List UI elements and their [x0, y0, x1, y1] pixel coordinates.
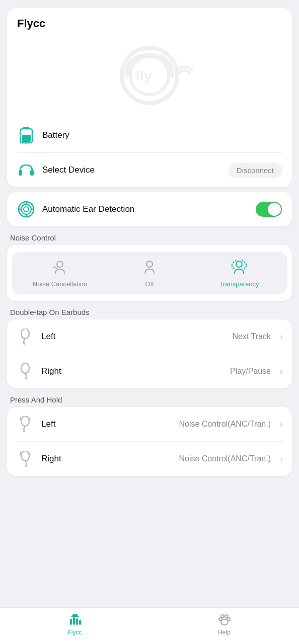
noise-off-label: Off [145, 280, 154, 288]
svg-point-31 [23, 343, 25, 345]
flycc-nav-label: Flycc [68, 629, 82, 636]
press-hold-right-chevron: › [280, 454, 283, 464]
double-tap-right-label: Right [41, 366, 223, 376]
nav-item-help[interactable]: Help [150, 613, 299, 636]
svg-point-27 [246, 266, 247, 267]
help-nav-label: Help [218, 629, 231, 636]
app-title: Flycc [17, 17, 282, 30]
svg-point-37 [25, 465, 27, 467]
svg-rect-40 [71, 616, 79, 617]
battery-icon [17, 126, 35, 144]
svg-point-30 [21, 329, 29, 339]
aed-toggle[interactable] [256, 202, 282, 217]
svg-point-23 [246, 264, 247, 265]
double-tap-left-value: Next Track [233, 332, 271, 341]
svg-point-21 [233, 262, 235, 263]
noise-option-off[interactable]: Off [105, 258, 194, 288]
svg-rect-39 [72, 615, 78, 616]
select-device-label: Select Device [42, 165, 221, 175]
svg-point-32 [21, 363, 29, 373]
press-hold-left-value: Noise Control(ANC/Tran.) [179, 420, 271, 429]
disconnect-button[interactable]: Disconnect [229, 163, 282, 178]
noise-cancellation-label: Noise Cancellation [33, 280, 87, 288]
battery-row: Battery [17, 118, 282, 152]
noise-option-noise-cancellation[interactable]: Noise Cancellation [15, 258, 105, 288]
svg-text:fly: fly [135, 68, 152, 84]
svg-point-19 [236, 261, 242, 267]
svg-point-36 [21, 451, 29, 461]
double-tap-left-chevron: › [280, 332, 283, 342]
svg-rect-41 [70, 619, 72, 625]
svg-point-18 [146, 261, 153, 267]
top-card: Flycc fly Battery [7, 8, 292, 187]
double-tap-left-row[interactable]: Left Next Track › [7, 319, 292, 354]
press-hold-right-icon [16, 450, 34, 468]
svg-point-17 [57, 261, 63, 267]
aed-icon [17, 200, 35, 218]
headphone-icon [17, 161, 35, 179]
press-hold-section-label: Press And Hold [10, 395, 289, 404]
svg-rect-38 [73, 614, 77, 615]
svg-rect-5 [22, 135, 31, 142]
svg-point-29 [244, 268, 246, 269]
svg-rect-6 [19, 170, 22, 176]
help-nav-icon [217, 613, 232, 627]
select-device-row: Select Device Disconnect [17, 153, 282, 187]
transparency-icon [230, 258, 249, 277]
double-tap-right-row[interactable]: Right Play/Pause › [7, 354, 292, 388]
noise-control-options: Noise Cancellation Off [12, 252, 287, 294]
bottom-nav: Flycc Help [0, 607, 299, 644]
svg-point-35 [23, 430, 25, 432]
press-hold-right-label: Right [41, 454, 172, 464]
earbud-left-icon [16, 328, 34, 346]
noise-control-section-label: Noise Control [10, 233, 289, 242]
flycc-nav-icon [68, 613, 82, 627]
svg-rect-44 [79, 620, 81, 625]
logo-area: fly [17, 35, 282, 118]
svg-point-46 [225, 615, 228, 618]
noise-control-card: Noise Cancellation Off [7, 245, 292, 301]
svg-rect-43 [76, 618, 78, 625]
noise-cancellation-icon [50, 258, 69, 277]
press-hold-left-chevron: › [280, 419, 283, 430]
svg-rect-42 [73, 617, 75, 625]
svg-point-34 [21, 416, 29, 426]
double-tap-right-value: Play/Pause [230, 367, 271, 376]
double-tap-section-label: Double-tap On Earbuds [10, 308, 289, 316]
svg-point-12 [24, 207, 29, 212]
aed-toggle-knob [268, 203, 281, 216]
svg-point-9 [31, 170, 33, 171]
nav-item-flycc[interactable]: Flycc [0, 613, 150, 636]
press-hold-left-icon [16, 415, 34, 433]
svg-point-8 [20, 170, 21, 171]
press-hold-left-row[interactable]: Left Noise Control(ANC/Tran.) › [7, 407, 292, 441]
svg-point-11 [21, 204, 31, 214]
aed-label: Automatic Ear Detection [42, 204, 249, 214]
double-tap-card: Left Next Track › Right Play/Pause › [7, 319, 292, 388]
press-hold-right-row[interactable]: Right Noise Control(ANC/Tran.) › [7, 442, 292, 476]
svg-point-26 [232, 266, 233, 267]
noise-off-icon [140, 258, 159, 277]
svg-point-28 [233, 268, 235, 269]
aed-card: Automatic Ear Detection [7, 192, 292, 226]
svg-point-22 [235, 260, 237, 262]
svg-point-25 [242, 260, 244, 262]
noise-option-transparency[interactable]: Transparency [194, 258, 284, 288]
double-tap-left-label: Left [41, 332, 226, 342]
transparency-label: Transparency [219, 280, 259, 288]
svg-point-45 [221, 615, 224, 618]
press-hold-card: Left Noise Control(ANC/Tran.) › Right No… [7, 407, 292, 476]
press-hold-right-value: Noise Control(ANC/Tran.) [179, 454, 271, 463]
svg-point-24 [244, 262, 246, 263]
svg-point-20 [232, 264, 233, 265]
flycc-logo: fly [99, 45, 200, 106]
battery-label: Battery [42, 130, 282, 140]
double-tap-right-chevron: › [280, 366, 283, 377]
svg-rect-7 [30, 170, 34, 176]
press-hold-left-label: Left [41, 419, 172, 429]
svg-point-33 [25, 377, 27, 379]
earbud-right-icon [16, 362, 34, 380]
